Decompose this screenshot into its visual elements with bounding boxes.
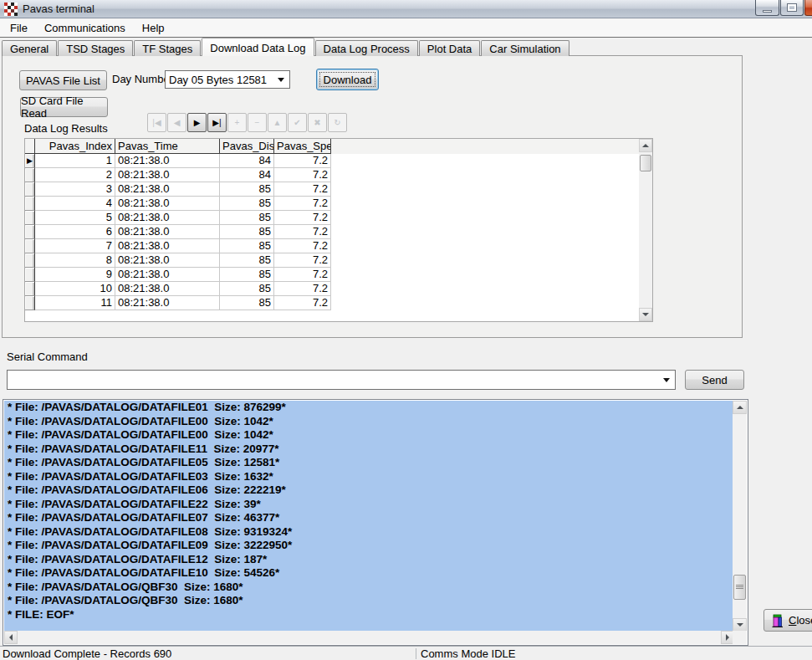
table-row[interactable]: 1008:21:38.0857.2 — [25, 282, 652, 296]
grid-cell[interactable]: 7.2 — [274, 197, 331, 211]
grid-cell[interactable]: 8 — [35, 253, 115, 268]
close-window-button[interactable] — [804, 0, 812, 16]
grid-cell[interactable]: 08:21:38.0 — [115, 239, 220, 253]
column-header-pavas-dist[interactable]: Pavas_Dist — [220, 139, 274, 154]
console-horizontal-scrollbar[interactable] — [4, 631, 734, 644]
grid-cell[interactable]: 08:21:38.0 — [115, 154, 220, 168]
grid-cell[interactable]: 85 — [220, 197, 274, 211]
grid-cell[interactable]: 08:21:38.0 — [115, 296, 220, 310]
grid-cell[interactable]: 85 — [220, 282, 274, 296]
table-row[interactable]: ▶108:21:38.0847.2 — [25, 154, 652, 168]
serial-command-input[interactable] — [7, 370, 676, 390]
grid-cell[interactable]: 08:21:38.0 — [115, 253, 220, 268]
scroll-up-icon[interactable] — [733, 401, 747, 414]
grid-cell[interactable]: 5 — [35, 211, 115, 225]
menu-communications[interactable]: Communications — [36, 20, 134, 36]
table-row[interactable]: 608:21:38.0857.2 — [25, 225, 652, 239]
grid-cell[interactable]: 7.2 — [274, 253, 331, 268]
nav-next-button[interactable]: ▶ — [187, 113, 207, 132]
grid-cell[interactable]: 08:21:38.0 — [115, 211, 220, 225]
column-header-pavas-index[interactable]: Pavas_Index — [35, 139, 115, 154]
grid-scroll-thumb[interactable] — [640, 155, 651, 171]
scroll-down-icon[interactable] — [639, 308, 652, 321]
console-vertical-scrollbar[interactable] — [733, 401, 747, 632]
table-row[interactable]: 808:21:38.0857.2 — [25, 253, 652, 268]
maximize-button[interactable] — [780, 0, 804, 16]
grid-cell[interactable]: 08:21:38.0 — [115, 282, 220, 296]
grid-cell[interactable]: 85 — [220, 182, 274, 197]
grid-cell[interactable]: 08:21:38.0 — [115, 182, 220, 197]
nav-post-button[interactable]: ✔ — [288, 113, 307, 132]
grid-cell[interactable]: 7.2 — [274, 182, 331, 197]
minimize-button[interactable] — [755, 0, 779, 16]
menu-file[interactable]: File — [2, 20, 36, 36]
grid-cell[interactable]: 85 — [220, 225, 274, 239]
table-row[interactable]: 408:21:38.0857.2 — [25, 197, 652, 211]
pavas-file-list-button[interactable]: PAVAS File List — [19, 70, 107, 90]
nav-refresh-button[interactable]: ↻ — [328, 113, 347, 132]
grid-cell[interactable]: 7.2 — [274, 154, 331, 168]
grid-cell[interactable]: 2 — [35, 168, 115, 182]
sd-card-file-read-button[interactable]: SD Card File Read — [20, 97, 108, 117]
table-row[interactable]: 708:21:38.0857.2 — [25, 239, 652, 253]
grid-cell[interactable]: 08:21:38.0 — [115, 168, 220, 182]
download-button[interactable]: Download — [316, 69, 379, 90]
grid-cell[interactable]: 7.2 — [274, 296, 331, 310]
grid-cell[interactable]: 7.2 — [274, 168, 331, 182]
menu-help[interactable]: Help — [134, 20, 173, 36]
nav-first-button[interactable]: |◀ — [147, 113, 166, 132]
nav-cancel-button[interactable]: ✖ — [308, 113, 327, 132]
tab-car-simulation[interactable]: Car Simulation — [481, 40, 569, 56]
table-row[interactable]: 508:21:38.0857.2 — [25, 211, 652, 225]
grid-cell[interactable]: 08:21:38.0 — [115, 225, 220, 239]
grid-cell[interactable]: 10 — [35, 282, 115, 296]
grid-cell[interactable]: 84 — [220, 154, 274, 168]
console-vscroll-thumb[interactable] — [733, 575, 746, 600]
grid-cell[interactable]: 85 — [220, 268, 274, 282]
grid-cell[interactable]: 3 — [35, 182, 115, 197]
table-row[interactable]: 1108:21:38.0857.2 — [25, 296, 652, 310]
send-button[interactable]: Send — [685, 370, 744, 390]
tab-data-log-process[interactable]: Data Log Process — [315, 40, 418, 56]
grid-cell[interactable]: 85 — [220, 296, 274, 310]
grid-cell[interactable]: 08:21:38.0 — [115, 268, 220, 282]
table-row[interactable]: 908:21:38.0857.2 — [25, 268, 652, 282]
close-button[interactable]: Close — [763, 609, 812, 632]
grid-cell[interactable]: 7.2 — [274, 268, 331, 282]
scroll-down-icon[interactable] — [733, 618, 747, 632]
grid-cell[interactable]: 7.2 — [274, 225, 331, 239]
nav-insert-button[interactable]: + — [227, 113, 247, 132]
grid-cell[interactable]: 7.2 — [274, 211, 331, 225]
scroll-up-icon[interactable] — [639, 139, 652, 152]
grid-vertical-scrollbar[interactable] — [639, 139, 652, 321]
tab-tf-stages[interactable]: TF Stages — [134, 40, 201, 56]
nav-last-button[interactable]: ▶| — [207, 113, 227, 132]
day-number-select[interactable]: Day 05 Bytes 12581 — [165, 70, 290, 89]
grid-cell[interactable]: 11 — [35, 296, 115, 310]
tab-general[interactable]: General — [2, 40, 57, 56]
grid-cell[interactable]: 7 — [35, 239, 115, 253]
column-header-pavas-time[interactable]: Pavas_Time — [115, 139, 220, 154]
grid-cell[interactable]: 7.2 — [274, 239, 331, 253]
grid-cell[interactable]: 7.2 — [274, 282, 331, 296]
scroll-left-icon[interactable] — [4, 631, 18, 644]
nav-delete-button[interactable]: − — [248, 113, 267, 132]
grid-cell[interactable]: 08:21:38.0 — [115, 197, 220, 211]
column-header-pavas-speed[interactable]: Pavas_Speed — [274, 139, 331, 154]
table-row[interactable]: 308:21:38.0857.2 — [25, 182, 652, 197]
grid-cell[interactable]: 85 — [220, 239, 274, 253]
tab-tsd-stages[interactable]: TSD Stages — [58, 40, 133, 56]
console-output[interactable]: * File: /PAVAS/DATALOG/DATAFILE01 Size: … — [3, 399, 748, 646]
grid-cell[interactable]: 1 — [35, 154, 115, 168]
grid-cell[interactable]: 85 — [220, 253, 274, 268]
nav-prior-button[interactable]: ◀ — [167, 113, 186, 132]
grid-cell[interactable]: 9 — [35, 268, 115, 282]
table-row[interactable]: 208:21:38.0847.2 — [25, 168, 652, 182]
nav-edit-button[interactable]: ▲ — [268, 113, 287, 132]
grid-cell[interactable]: 6 — [35, 225, 115, 239]
tab-download-data-log[interactable]: Download Data Log — [202, 38, 314, 56]
grid-cell[interactable]: 4 — [35, 197, 115, 211]
grid-cell[interactable]: 84 — [220, 168, 274, 182]
tab-plot-data[interactable]: Plot Data — [419, 40, 480, 56]
grid-cell[interactable]: 85 — [220, 211, 274, 225]
